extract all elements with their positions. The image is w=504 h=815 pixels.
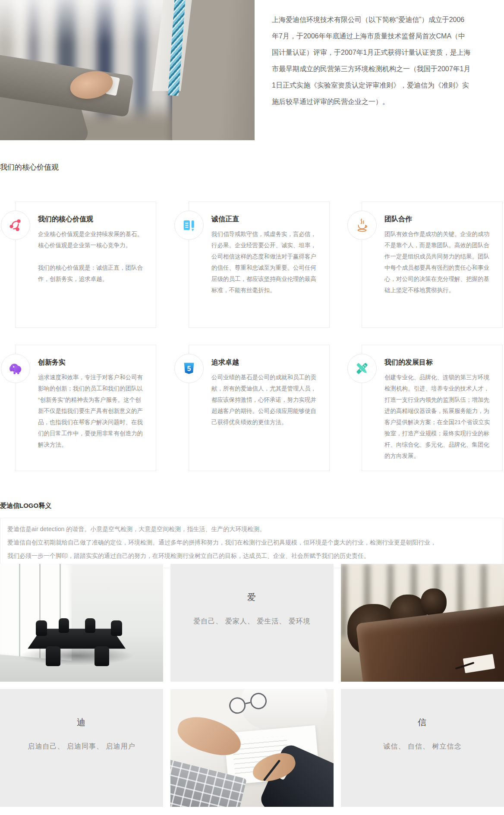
office-chair	[85, 618, 95, 633]
logo-meaning-line: 我们必须一步一个脚印，踏踏实实的通过自己的努力，在环境检测行业树立自己的目标，达…	[7, 549, 496, 563]
card-title: 追求卓越	[211, 358, 318, 367]
brand-subtitle: 爱自己、 爱家人、 爱生活、 爱环境	[170, 617, 334, 626]
card-title: 团队合作	[384, 215, 491, 224]
brand-heading: 迪	[0, 717, 163, 728]
elephant-icon	[1, 354, 30, 383]
brand-block-inspire: 迪 启迪自己、 启迪同事、 启迪用户	[0, 689, 163, 807]
card-paragraph: 创建专业化、品牌化、连锁的第三方环境检测机构。引进、培养专业的技术人才，打造一支…	[384, 372, 491, 462]
share-nodes-icon	[1, 211, 30, 240]
card-title: 诚信正直	[211, 215, 318, 224]
card-paragraph: 团队有效合作是成功的关键。企业的成功不是靠个人，而是靠团队。高效的团队合作一定是…	[384, 229, 491, 296]
value-card-core-values: 我们的核心价值观 企业核心价值观是企业持续发展的基石。核心价值观是企业第一核心竞…	[15, 201, 156, 328]
table-shadow	[19, 646, 134, 665]
meeting-room-photo	[0, 564, 163, 682]
brand-block-love: 爱 爱自己、 爱家人、 爱生活、 爱环境	[170, 564, 334, 682]
card-title: 我们的发展目标	[384, 358, 491, 367]
company-intro-paragraph: 上海爱迪信环境技术有限公司（以下简称“爱迪信”）成立于2006年7月，于2006…	[272, 12, 471, 110]
value-card-innovation: 创新务实 追求速度和效率，专注于对客户和公司有影响的创新；我们的员工和我们的团队…	[15, 345, 156, 471]
ruler-pencil-icon	[347, 354, 377, 383]
value-card-excellence: 5 追求卓越 公司业绩的基石是公司的成就和员工的贡献，所有的爱迪信人，尤其是管理…	[189, 345, 330, 471]
about-page: 上海爱迪信环境技术有限公司（以下简称“爱迪信”）成立于2006年7月，于2006…	[0, 0, 504, 815]
value-card-development-goal: 我们的发展目标 创建专业化、品牌化、连锁的第三方环境检测机构。引进、培养专业的技…	[362, 345, 503, 471]
brand-subtitle: 启迪自己、 启迪同事、 启迪用户	[0, 742, 163, 751]
business-handshake-photo	[0, 0, 255, 140]
logo-meaning-panel: 爱迪信是air detection 的谐音。小意是空气检测，大意是空间检测，指生…	[0, 518, 503, 568]
card-paragraph: 公司业绩的基石是公司的成就和员工的贡献，所有的爱迪信人，尤其是管理人员，都应该保…	[211, 372, 318, 428]
card-title: 我们的核心价值观	[38, 215, 145, 224]
office-chair	[111, 620, 122, 636]
conference-table-photo	[341, 564, 504, 682]
svg-text:5: 5	[187, 365, 191, 372]
logo-meaning-section-title: 爱迪信LOGO释义	[0, 502, 51, 510]
office-chair	[94, 646, 109, 666]
card-paragraph: 企业核心价值观是企业持续发展的基石。核心价值观是企业第一核心竞争力。	[38, 229, 145, 251]
office-chair	[36, 620, 47, 636]
brand-heading: 爱	[170, 592, 334, 603]
brand-heading: 信	[341, 717, 504, 728]
glasses-lens	[249, 691, 268, 711]
html5-shield-icon: 5	[174, 354, 204, 383]
brand-block-trust: 信 诚信、 自信、 树立信念	[341, 689, 504, 807]
value-card-integrity: 诚信正直 我们倡导戒欺守信，戒虚务实，言必信，行必果。企业经营要公开、诚实、坦率…	[189, 201, 330, 328]
card-paragraph: 追求速度和效率，专注于对客户和公司有影响的创新；我们的员工和我们的团队以“创新务…	[38, 372, 145, 450]
glasses-lens	[228, 695, 247, 715]
card-paragraph: 我们倡导戒欺守信，戒虚务实，言必信，行必果。企业经营要公开、诚实、坦率，公司相信…	[211, 229, 318, 296]
office-chair	[46, 646, 60, 666]
core-values-section-title: 我们的核心价值观	[0, 162, 59, 172]
java-coffee-cup-icon	[347, 211, 377, 240]
value-card-teamwork: 团队合作 团队有效合作是成功的关键。企业的成功不是靠个人，而是靠团队。高效的团队…	[362, 201, 503, 328]
hands-working-photo	[170, 689, 334, 807]
notebook-pen-icon	[174, 211, 204, 240]
leather-chair	[421, 588, 447, 616]
card-paragraph: 我们的核心价值观是：诚信正直，团队合作，创新务实，追求卓越。	[38, 262, 145, 285]
brand-subtitle: 诚信、 自信、 树立信念	[341, 742, 504, 751]
logo-meaning-line: 爱迪信是air detection 的谐音。小意是空气检测，大意是空间检测，指生…	[7, 522, 496, 536]
glasses-bridge	[245, 702, 250, 704]
office-chair	[59, 618, 69, 633]
card-title: 创新务实	[38, 358, 145, 367]
logo-meaning-line: 爱迪信自创立初期就给自己做了准确的定位，环境检测。通过多年的拼搏和努力，我们在检…	[7, 536, 496, 549]
